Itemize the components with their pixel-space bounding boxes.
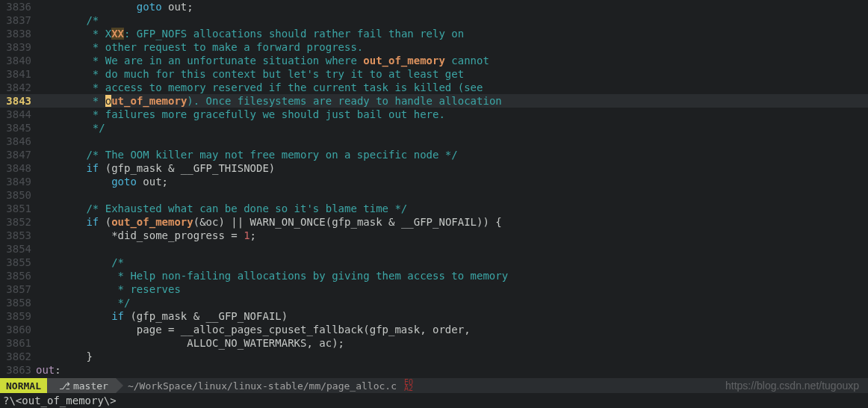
mode-label: NORMAL [6, 380, 41, 392]
status-bar: NORMAL ⎇ master ~/WorkSpace/linux/linux-… [0, 378, 868, 393]
line-number: 3860 [0, 323, 36, 336]
code-content: /* The OOM killer may not free memory on… [36, 148, 868, 161]
code-content: * other request to make a forward progre… [36, 40, 868, 54]
git-branch-segment: ⎇ master [47, 378, 116, 393]
code-line[interactable]: 3857 * reserves [0, 282, 868, 296]
code-content: */ [36, 296, 868, 309]
code-content: * XXX: GFP_NOFS allocations should rathe… [36, 27, 868, 40]
line-number: 3845 [0, 121, 36, 135]
code-content [36, 135, 868, 148]
editor-root: 3836 goto out;3837 /*3838 * XXX: GFP_NOF… [0, 0, 868, 408]
code-line[interactable]: 3848 if (gfp_mask & __GFP_THISNODE) [0, 161, 868, 175]
code-line[interactable]: 3844 * failures more gracefully we shoul… [0, 108, 868, 121]
code-content: if (gfp_mask & __GFP_THISNODE) [36, 161, 868, 175]
code-content: * We are in an unfortunate situation whe… [36, 54, 868, 67]
line-number: 3861 [0, 336, 36, 350]
code-line[interactable]: 3836 goto out; [0, 0, 868, 13]
line-number: 3857 [0, 282, 36, 296]
code-line[interactable]: 3856 * Help non-failing allocations by g… [0, 269, 868, 282]
code-line[interactable]: 3843 * out_of_memory). Once filesystems … [0, 94, 868, 108]
code-line[interactable]: 3853 *did_some_progress = 1; [0, 229, 868, 242]
code-content: out: [36, 363, 868, 377]
code-content: if (out_of_memory(&oc) || WARN_ON_ONCE(g… [36, 215, 868, 229]
line-number: 3848 [0, 161, 36, 175]
code-content: * reserves [36, 282, 868, 296]
code-content: *did_some_progress = 1; [36, 229, 868, 242]
code-content: goto out; [36, 175, 868, 188]
line-number: 3858 [0, 296, 36, 309]
branch-name: master [73, 380, 108, 392]
code-line[interactable]: 3850 [0, 188, 868, 202]
code-content: */ [36, 121, 868, 135]
line-number: 3841 [0, 67, 36, 81]
code-line[interactable]: 3845 */ [0, 121, 868, 135]
line-number: 3836 [0, 0, 36, 13]
branch-icon: ⎇ [59, 380, 70, 392]
line-number: 3850 [0, 188, 36, 202]
code-content: * failures more gracefully we should jus… [36, 108, 868, 121]
line-number: 3847 [0, 148, 36, 161]
line-number: 3855 [0, 256, 36, 269]
file-path-segment: ~/WorkSpace/linux/linux-stable/mm/page_a… [116, 380, 413, 392]
line-number: 3843 [0, 94, 36, 108]
code-line[interactable]: 3861 ALLOC_NO_WATERMARKS, ac); [0, 336, 868, 350]
code-line[interactable]: 3851 /* Exhausted what can be done so it… [0, 202, 868, 215]
line-number: 3840 [0, 54, 36, 67]
code-content: ALLOC_NO_WATERMARKS, ac); [36, 336, 868, 350]
file-path: ~/WorkSpace/linux/linux-stable/mm/page_a… [128, 380, 397, 392]
code-line[interactable]: 3838 * XXX: GFP_NOFS allocations should … [0, 27, 868, 40]
line-number: 3851 [0, 202, 36, 215]
code-content: * do much for this context but let's try… [36, 67, 868, 81]
code-area[interactable]: 3836 goto out;3837 /*3838 * XXX: GFP_NOF… [0, 0, 868, 378]
line-number: 3839 [0, 40, 36, 54]
code-line[interactable]: 3862 } [0, 350, 868, 363]
line-number: 3842 [0, 81, 36, 94]
code-line[interactable]: 3841 * do much for this context but let'… [0, 67, 868, 81]
code-line[interactable]: 3855 /* [0, 256, 868, 269]
vim-mode-indicator: NORMAL [0, 378, 47, 393]
encoding-badge: EOA2 [404, 380, 413, 392]
line-number: 3863 [0, 363, 36, 377]
command-line[interactable]: ?\<out_of_memory\> [0, 393, 868, 408]
line-number: 3854 [0, 242, 36, 256]
code-line[interactable]: 3854 [0, 242, 868, 256]
code-content: * Help non-failing allocations by giving… [36, 269, 868, 282]
line-number: 3846 [0, 135, 36, 148]
code-content: if (gfp_mask & __GFP_NOFAIL) [36, 309, 868, 323]
code-content: /* Exhausted what can be done so it's bl… [36, 202, 868, 215]
line-number: 3853 [0, 229, 36, 242]
line-number: 3856 [0, 269, 36, 282]
code-line[interactable]: 3846 [0, 135, 868, 148]
code-line[interactable]: 3858 */ [0, 296, 868, 309]
line-number: 3837 [0, 13, 36, 27]
line-number: 3852 [0, 215, 36, 229]
code-line[interactable]: 3837 /* [0, 13, 868, 27]
code-line[interactable]: 3849 goto out; [0, 175, 868, 188]
code-line[interactable]: 3840 * We are in an unfortunate situatio… [0, 54, 868, 67]
code-content: /* [36, 13, 868, 27]
line-number: 3859 [0, 309, 36, 323]
code-content: goto out; [36, 0, 868, 13]
code-line[interactable]: 3860 page = __alloc_pages_cpuset_fallbac… [0, 323, 868, 336]
code-line[interactable]: 3847 /* The OOM killer may not free memo… [0, 148, 868, 161]
code-line[interactable]: 3859 if (gfp_mask & __GFP_NOFAIL) [0, 309, 868, 323]
code-content: } [36, 350, 868, 363]
code-content [36, 188, 868, 202]
code-line[interactable]: 3839 * other request to make a forward p… [0, 40, 868, 54]
code-content: page = __alloc_pages_cpuset_fallback(gfp… [36, 323, 868, 336]
line-number: 3862 [0, 350, 36, 363]
code-line[interactable]: 3863out: [0, 363, 868, 377]
line-number: 3838 [0, 27, 36, 40]
code-content [36, 242, 868, 256]
code-line[interactable]: 3852 if (out_of_memory(&oc) || WARN_ON_O… [0, 215, 868, 229]
code-line[interactable]: 3842 * access to memory reserved if the … [0, 81, 868, 94]
code-content: * access to memory reserved if the curre… [36, 81, 868, 94]
line-number: 3844 [0, 108, 36, 121]
code-content: /* [36, 256, 868, 269]
line-number: 3849 [0, 175, 36, 188]
code-content: * out_of_memory). Once filesystems are r… [36, 94, 868, 108]
